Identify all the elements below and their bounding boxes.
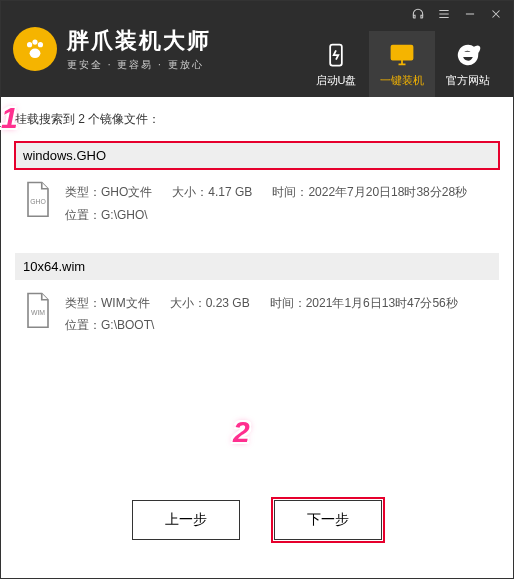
logo-circle — [13, 27, 57, 71]
next-button[interactable]: 下一步 — [274, 500, 382, 540]
menu-icon[interactable] — [437, 7, 451, 21]
brand-text: 胖爪装机大师 更安全 · 更容易 · 更放心 — [67, 26, 211, 72]
file-item-0[interactable]: windows.GHO GHO 类型：GHO文件 大小：4.17 GB 时间：2… — [15, 142, 499, 239]
brand-subtitle: 更安全 · 更容易 · 更放心 — [67, 58, 211, 72]
annotation-1: 1 — [1, 101, 18, 135]
paw-icon — [22, 36, 48, 62]
file-size: 大小：4.17 GB — [172, 181, 252, 204]
file-body-0: GHO 类型：GHO文件 大小：4.17 GB 时间：2022年7月20日18时… — [15, 169, 499, 239]
svg-point-2 — [38, 42, 43, 47]
headset-icon[interactable] — [411, 7, 425, 21]
prev-button[interactable]: 上一步 — [132, 500, 240, 540]
tab-boot-usb[interactable]: 启动U盘 — [303, 31, 369, 97]
tab-boot-label: 启动U盘 — [316, 73, 357, 88]
minimize-icon[interactable] — [463, 7, 477, 21]
annotation-2: 2 — [233, 415, 250, 449]
svg-text:GHO: GHO — [30, 198, 46, 205]
tab-site-label: 官方网站 — [446, 73, 490, 88]
file-time: 时间：2022年7月20日18时38分28秒 — [272, 181, 467, 204]
search-prefix: 挂载搜索到 — [15, 112, 78, 126]
tab-official-site[interactable]: 官方网站 — [435, 31, 501, 97]
file-item-1[interactable]: 10x64.wim WIM 类型：WIM文件 大小：0.23 GB 时间：202… — [15, 253, 499, 350]
usb-icon — [322, 41, 350, 69]
file-location: 位置：G:\BOOT\ — [65, 314, 458, 337]
search-summary: 挂载搜索到 2 个镜像文件： — [15, 111, 499, 128]
ie-icon — [454, 41, 482, 69]
tab-reinstall-label: 一键装机 — [380, 73, 424, 88]
svg-rect-5 — [392, 45, 413, 59]
svg-point-1 — [32, 39, 37, 44]
svg-text:WIM: WIM — [31, 308, 45, 315]
file-size: 大小：0.23 GB — [170, 292, 250, 315]
monitor-icon — [388, 41, 416, 69]
file-meta-0: 类型：GHO文件 大小：4.17 GB 时间：2022年7月20日18时38分2… — [65, 181, 467, 227]
file-icon: WIM — [23, 292, 53, 330]
file-type: 类型：WIM文件 — [65, 292, 150, 315]
logo-area: 胖爪装机大师 更安全 · 更容易 · 更放心 — [13, 26, 211, 72]
app-window: 胖爪装机大师 更安全 · 更容易 · 更放心 启动U盘 一键装机 官方网站 — [0, 0, 514, 579]
file-body-1: WIM 类型：WIM文件 大小：0.23 GB 时间：2021年1月6日13时4… — [15, 280, 499, 350]
content-area: 挂载搜索到 2 个镜像文件： windows.GHO GHO 类型：GHO文件 … — [1, 97, 513, 349]
nav-tabs: 启动U盘 一键装机 官方网站 — [303, 31, 501, 97]
file-time: 时间：2021年1月6日13时47分56秒 — [270, 292, 458, 315]
file-location: 位置：G:\GHO\ — [65, 204, 467, 227]
svg-point-0 — [27, 42, 32, 47]
search-suffix: 个镜像文件： — [85, 112, 160, 126]
window-controls — [411, 7, 503, 21]
button-row: 上一步 下一步 — [1, 500, 513, 540]
titlebar: 胖爪装机大师 更安全 · 更容易 · 更放心 启动U盘 一键装机 官方网站 — [1, 1, 513, 97]
tab-reinstall[interactable]: 一键装机 — [369, 31, 435, 97]
brand-title: 胖爪装机大师 — [67, 26, 211, 56]
file-type: 类型：GHO文件 — [65, 181, 152, 204]
file-meta-1: 类型：WIM文件 大小：0.23 GB 时间：2021年1月6日13时47分56… — [65, 292, 458, 338]
close-icon[interactable] — [489, 7, 503, 21]
file-name-1: 10x64.wim — [15, 253, 499, 280]
file-name-0: windows.GHO — [15, 142, 499, 169]
file-icon: GHO — [23, 181, 53, 219]
svg-point-3 — [30, 49, 41, 59]
